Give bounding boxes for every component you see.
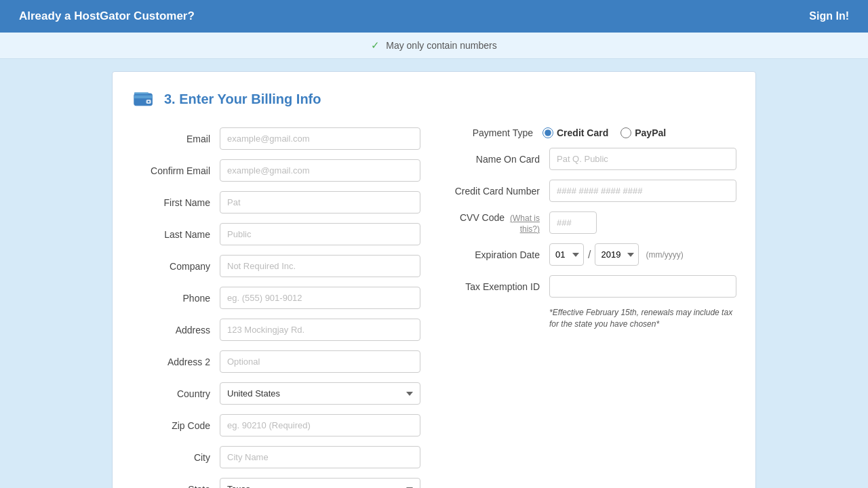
state-select[interactable]: Texas California New York Florida — [220, 478, 420, 488]
first-name-label: First Name — [132, 197, 220, 208]
confirm-email-label: Confirm Email — [132, 165, 220, 176]
expiration-slash: / — [588, 249, 591, 261]
section-header: 3. Enter Your Billing Info — [132, 87, 736, 111]
email-label: Email — [132, 134, 220, 144]
credit-card-radio[interactable] — [542, 127, 553, 138]
top-bar: Already a HostGator Customer? Sign In! — [0, 0, 868, 33]
wallet-icon — [132, 87, 156, 111]
city-field-wrap — [220, 446, 420, 468]
first-name-field-wrap — [220, 191, 420, 214]
cvv-field-wrap — [549, 211, 736, 234]
credit-card-label: Credit Card — [557, 127, 608, 138]
last-name-input[interactable] — [220, 223, 420, 245]
credit-card-number-row: Credit Card Number — [448, 180, 736, 202]
credit-card-number-input[interactable] — [549, 180, 736, 202]
cvv-label-text: CVV Code — [460, 212, 505, 223]
last-name-field-wrap — [220, 223, 420, 245]
name-on-card-row: Name On Card — [448, 148, 736, 170]
address-input[interactable] — [220, 319, 420, 341]
address2-field-wrap — [220, 350, 420, 373]
expiration-format-hint: (mm/yyyy) — [646, 250, 683, 260]
top-bar-question: Already a HostGator Customer? — [19, 9, 195, 23]
address2-input[interactable] — [220, 350, 420, 373]
last-name-row: Last Name — [132, 223, 420, 245]
expiration-year-select[interactable]: 201920202021 202220232024 2025 — [595, 243, 639, 266]
address2-row: Address 2 — [132, 350, 420, 373]
cvv-help-link[interactable]: (What is this?) — [510, 214, 540, 234]
company-label: Company — [132, 261, 220, 272]
name-on-card-label: Name On Card — [448, 154, 549, 165]
expiration-month-select[interactable]: 010203 040506 070809 101112 — [549, 243, 584, 266]
tax-exemption-input[interactable] — [549, 275, 736, 298]
hint-message: May only contain numbers — [386, 40, 496, 51]
zip-code-field-wrap — [220, 414, 420, 436]
confirm-email-field-wrap — [220, 159, 420, 182]
email-input[interactable] — [220, 127, 420, 150]
zip-code-label: Zip Code — [132, 420, 220, 431]
paypal-option[interactable]: PayPal — [620, 127, 666, 138]
country-field-wrap: United States Canada United Kingdom Aust… — [220, 382, 420, 405]
zip-code-input[interactable] — [220, 414, 420, 436]
right-form-column: Payment Type Credit Card PayPal Name On … — [448, 127, 736, 488]
cvv-input[interactable] — [549, 211, 597, 234]
tax-exemption-field-wrap — [549, 275, 736, 298]
cvv-code-label: CVV Code (What is this?) — [448, 212, 549, 234]
svg-rect-1 — [134, 96, 153, 98]
confirm-email-input[interactable] — [220, 159, 420, 182]
last-name-label: Last Name — [132, 229, 220, 240]
state-label: State — [132, 484, 220, 489]
tax-exemption-label: Tax Exemption ID — [448, 281, 549, 292]
tax-exemption-row: Tax Exemption ID — [448, 275, 736, 298]
svg-rect-4 — [134, 92, 149, 94]
address-field-wrap — [220, 319, 420, 341]
expiration-date-wrap: 010203 040506 070809 101112 / 2019202020… — [549, 243, 736, 266]
zip-code-row: Zip Code — [132, 414, 420, 436]
company-input[interactable] — [220, 255, 420, 277]
tax-exemption-note: *Effective February 15th, renewals may i… — [448, 307, 736, 330]
confirm-email-row: Confirm Email — [132, 159, 420, 182]
credit-card-number-label: Credit Card Number — [448, 186, 549, 197]
phone-input[interactable] — [220, 287, 420, 309]
country-label: Country — [132, 388, 220, 399]
credit-card-number-field-wrap — [549, 180, 736, 202]
check-icon: ✓ — [371, 39, 380, 51]
state-field-wrap: Texas California New York Florida — [220, 478, 420, 488]
payment-options: Credit Card PayPal — [542, 127, 666, 138]
address2-label: Address 2 — [132, 357, 220, 367]
phone-row: Phone — [132, 287, 420, 309]
name-on-card-input[interactable] — [549, 148, 736, 170]
first-name-input[interactable] — [220, 191, 420, 214]
payment-type-row: Payment Type Credit Card PayPal — [448, 127, 736, 138]
cvv-input-wrap — [549, 211, 736, 234]
cvv-code-row: CVV Code (What is this?) — [448, 211, 736, 234]
expiration-date-label: Expiration Date — [448, 249, 549, 260]
company-row: Company — [132, 255, 420, 277]
address-row: Address — [132, 319, 420, 341]
city-input[interactable] — [220, 446, 420, 468]
left-form-column: Email Confirm Email First Name — [132, 127, 420, 488]
expiration-date-field-wrap: 010203 040506 070809 101112 / 2019202020… — [549, 243, 736, 266]
expiration-date-row: Expiration Date 010203 040506 070809 101… — [448, 243, 736, 266]
credit-card-option[interactable]: Credit Card — [542, 127, 608, 138]
country-row: Country United States Canada United King… — [132, 382, 420, 405]
city-row: City — [132, 446, 420, 468]
billing-section-card: 3. Enter Your Billing Info Email Confirm… — [112, 71, 756, 488]
city-label: City — [132, 452, 220, 463]
hint-bar: ✓ May only contain numbers — [0, 33, 868, 59]
paypal-label: PayPal — [635, 127, 666, 138]
phone-label: Phone — [132, 293, 220, 304]
state-row: State Texas California New York Florida — [132, 478, 420, 488]
paypal-radio[interactable] — [620, 127, 631, 138]
svg-point-3 — [148, 101, 150, 103]
first-name-row: First Name — [132, 191, 420, 214]
payment-type-label: Payment Type — [448, 127, 542, 138]
company-field-wrap — [220, 255, 420, 277]
signin-link[interactable]: Sign In! — [809, 10, 849, 22]
country-select[interactable]: United States Canada United Kingdom Aust… — [220, 382, 420, 405]
address-label: Address — [132, 325, 220, 336]
section-title: 3. Enter Your Billing Info — [164, 92, 321, 107]
name-on-card-field-wrap — [549, 148, 736, 170]
phone-field-wrap — [220, 287, 420, 309]
form-body: Email Confirm Email First Name — [132, 127, 736, 488]
email-field-wrap — [220, 127, 420, 150]
